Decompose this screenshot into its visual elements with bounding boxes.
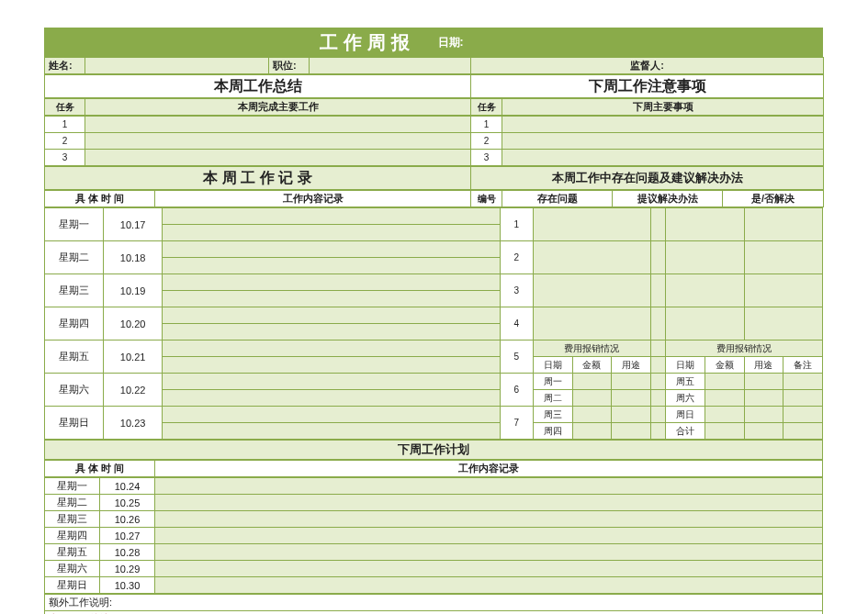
task-num: 3 <box>45 150 85 166</box>
content-cell[interactable] <box>163 407 500 423</box>
task-label-left: 任务 <box>45 99 85 116</box>
exp-cell[interactable] <box>612 374 651 390</box>
content-cell[interactable] <box>163 274 500 291</box>
problem-cell[interactable] <box>533 241 650 274</box>
exp-cell[interactable] <box>572 423 612 440</box>
idx-num: 5 <box>500 340 533 374</box>
exp-day: 周一 <box>533 374 572 390</box>
nw-date: 10.29 <box>100 561 155 577</box>
nw-cell[interactable] <box>155 577 823 594</box>
exp-day: 周三 <box>533 407 572 423</box>
content-cell[interactable] <box>163 291 500 307</box>
name-value[interactable] <box>85 58 269 74</box>
nw-cell[interactable] <box>155 561 823 577</box>
exp-cell[interactable] <box>572 374 612 390</box>
nw-cell[interactable] <box>155 528 823 544</box>
content-cell[interactable] <box>163 208 500 225</box>
problem-cell[interactable] <box>533 274 650 307</box>
exp-col: 金额 <box>572 357 612 374</box>
solution-cell[interactable] <box>666 274 744 307</box>
exp-cell[interactable] <box>744 374 783 390</box>
exp-cell[interactable] <box>612 407 651 423</box>
summary-headers: 本周工作总结 下周工作注意事项 <box>44 74 824 98</box>
exp-cell[interactable] <box>572 407 612 423</box>
nw-cell[interactable] <box>155 478 823 495</box>
task-cell[interactable] <box>502 133 824 150</box>
day-name: 星期五 <box>45 340 104 374</box>
position-value[interactable] <box>310 58 471 74</box>
resolved-hdr: 是/否解决 <box>723 191 824 207</box>
content-cell[interactable] <box>163 390 500 407</box>
task-cell[interactable] <box>502 150 824 166</box>
exp-cell[interactable] <box>705 390 744 407</box>
content-cell[interactable] <box>163 423 500 440</box>
exp-cell[interactable] <box>705 407 744 423</box>
day-date: 10.23 <box>104 407 163 440</box>
exp-day: 周日 <box>666 407 705 423</box>
content-cell[interactable] <box>163 241 500 258</box>
content-hdr2: 工作内容记录 <box>155 461 823 477</box>
exp-cell[interactable] <box>572 390 612 407</box>
record-right-hdr: 本周工作中存在问题及建议解决办法 <box>471 167 824 190</box>
exp-cell[interactable] <box>744 390 783 407</box>
exp-day: 周五 <box>666 374 705 390</box>
conclusion-label: 本周工作总结: <box>45 611 823 615</box>
idx-num: 1 <box>500 208 533 241</box>
exp-cell[interactable] <box>783 374 823 390</box>
content-cell[interactable] <box>163 340 500 357</box>
title-bar: 工作周报 日期: <box>44 28 823 57</box>
exp-cell[interactable] <box>783 407 823 423</box>
exp-cell[interactable] <box>783 390 823 407</box>
day-name: 星期二 <box>45 241 104 274</box>
task-num: 3 <box>471 150 502 166</box>
task-num: 1 <box>45 117 85 133</box>
task-cell[interactable] <box>85 117 471 133</box>
resolved-cell[interactable] <box>744 241 823 274</box>
task-cell[interactable] <box>502 117 824 133</box>
exp-cell[interactable] <box>612 423 651 440</box>
nw-date: 10.27 <box>100 528 155 544</box>
problem-cell[interactable] <box>533 307 650 340</box>
exp-cell[interactable] <box>705 423 744 440</box>
nw-cell[interactable] <box>155 511 823 528</box>
exp-cell[interactable] <box>705 374 744 390</box>
nw-date: 10.28 <box>100 544 155 561</box>
exp-cell[interactable] <box>744 407 783 423</box>
task-cell[interactable] <box>85 150 471 166</box>
nw-day: 星期日 <box>45 577 100 594</box>
exp-cell[interactable] <box>744 423 783 440</box>
day-name: 星期六 <box>45 374 104 407</box>
solution-cell[interactable] <box>666 208 744 241</box>
resolved-cell[interactable] <box>744 307 823 340</box>
problem-cell[interactable] <box>533 208 650 241</box>
content-cell[interactable] <box>163 324 500 340</box>
resolved-cell[interactable] <box>744 208 823 241</box>
exp-cell[interactable] <box>783 423 823 440</box>
exp-day: 周六 <box>666 390 705 407</box>
position-label: 职位: <box>269 58 310 74</box>
nw-cell[interactable] <box>155 495 823 511</box>
record-headers: 本 周 工 作 记 录 本周工作中存在问题及建议解决办法 <box>44 166 824 190</box>
nw-date: 10.25 <box>100 495 155 511</box>
content-cell[interactable] <box>163 258 500 274</box>
content-cell[interactable] <box>163 225 500 241</box>
exp-cell[interactable] <box>612 390 651 407</box>
exp-col: 日期 <box>533 357 572 374</box>
summary-left-hdr: 本周工作总结 <box>45 75 471 98</box>
nw-cell[interactable] <box>155 544 823 561</box>
day-date: 10.19 <box>104 274 163 307</box>
content-cell[interactable] <box>163 357 500 374</box>
nw-day: 星期五 <box>45 544 100 561</box>
resolved-cell[interactable] <box>744 274 823 307</box>
day-date: 10.20 <box>104 307 163 340</box>
solution-cell[interactable] <box>666 241 744 274</box>
summary-right-hdr: 下周工作注意事项 <box>471 75 824 98</box>
report-title: 工作周报 <box>45 28 434 57</box>
date-label: 日期: <box>434 28 823 57</box>
task-num: 2 <box>471 133 502 150</box>
solution-cell[interactable] <box>666 307 744 340</box>
record-left-hdr: 本 周 工 作 记 录 <box>45 167 471 190</box>
content-cell[interactable] <box>163 307 500 324</box>
task-cell[interactable] <box>85 133 471 150</box>
content-cell[interactable] <box>163 374 500 390</box>
